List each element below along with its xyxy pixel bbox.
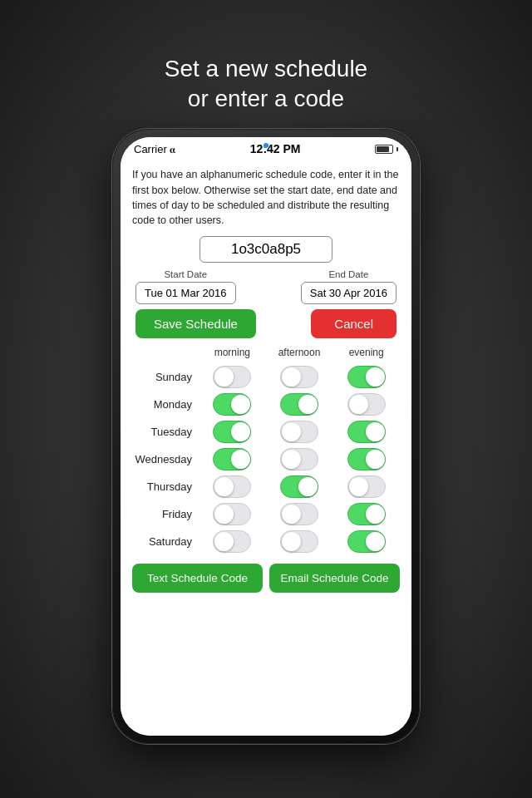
toggle-knob <box>366 505 385 524</box>
action-btn-row: Save Schedule Cancel <box>132 309 400 338</box>
battery-indicator <box>375 145 398 154</box>
toggle-knob <box>214 477 234 496</box>
toggle-cell <box>266 475 333 498</box>
toggle-knob <box>366 422 385 441</box>
friday-afternoon-toggle[interactable] <box>280 503 318 525</box>
wednesday-evening-toggle[interactable] <box>347 448 386 470</box>
grid-header: morning afternoon evening <box>132 345 400 360</box>
save-schedule-button[interactable]: Save Schedule <box>135 309 256 338</box>
toggle-cell <box>266 393 333 416</box>
toggle-cell <box>332 366 400 388</box>
toggle-knob <box>282 532 301 551</box>
friday-morning-toggle[interactable] <box>213 503 251 525</box>
day-label: Sunday <box>132 371 199 383</box>
toggle-knob <box>298 477 318 496</box>
friday-evening-toggle[interactable] <box>347 503 386 525</box>
thursday-evening-toggle[interactable] <box>347 475 386 498</box>
tuesday-morning-toggle[interactable] <box>213 421 251 443</box>
carrier-label: Carrier 𝛂 <box>134 143 175 155</box>
text-schedule-button[interactable]: Text Schedule Code <box>132 564 263 593</box>
toggle-knob <box>366 450 385 469</box>
toggle-cell <box>266 366 333 388</box>
sunday-morning-toggle[interactable] <box>213 366 251 388</box>
toggle-cell <box>199 393 266 416</box>
email-schedule-button[interactable]: Email Schedule Code <box>269 564 400 593</box>
toggle-knob <box>282 422 301 441</box>
phone-shell: Carrier 𝛂 12:42 PM If you have an alphan… <box>112 129 420 744</box>
start-date-box[interactable]: Tue 01 Mar 2016 <box>135 282 236 304</box>
toggle-cell <box>199 366 266 388</box>
toggle-knob <box>214 532 234 551</box>
start-date-label: Start Date <box>164 269 207 279</box>
toggle-knob <box>366 532 385 551</box>
end-date-box[interactable]: Sat 30 Apr 2016 <box>301 282 397 304</box>
evening-header: evening <box>332 345 400 360</box>
app-content: If you have an alphanumeric schedule cod… <box>121 159 411 736</box>
toggle-cell <box>266 530 333 553</box>
instruction-text: If you have an alphanumeric schedule cod… <box>132 167 400 228</box>
day-row-tuesday: Tuesday <box>132 418 400 446</box>
schedule-code-input[interactable] <box>200 236 332 263</box>
bottom-btn-row: Text Schedule Code Email Schedule Code <box>132 564 400 593</box>
wifi-icon: 𝛂 <box>170 144 175 155</box>
day-label: Friday <box>132 508 199 520</box>
toggle-cell <box>199 448 266 470</box>
end-date-col: End Date Sat 30 Apr 2016 <box>301 269 397 304</box>
status-bar: Carrier 𝛂 12:42 PM <box>121 137 411 159</box>
thursday-morning-toggle[interactable] <box>213 475 251 498</box>
toggle-knob <box>282 450 301 469</box>
saturday-evening-toggle[interactable] <box>347 530 386 553</box>
afternoon-header: afternoon <box>266 345 333 360</box>
toggle-knob <box>282 505 301 524</box>
day-label: Saturday <box>132 535 199 548</box>
tuesday-afternoon-toggle[interactable] <box>280 421 318 443</box>
end-date-label: End Date <box>328 269 368 279</box>
day-row-thursday: Thursday <box>132 473 400 500</box>
toggle-knob <box>231 422 250 441</box>
saturday-morning-toggle[interactable] <box>213 530 251 553</box>
wednesday-morning-toggle[interactable] <box>213 448 251 470</box>
day-row-friday: Friday <box>132 500 400 528</box>
saturday-afternoon-toggle[interactable] <box>280 530 318 553</box>
toggle-cell <box>332 530 400 553</box>
sunday-afternoon-toggle[interactable] <box>280 366 318 388</box>
toggle-cell <box>332 421 400 443</box>
toggle-knob <box>349 395 368 414</box>
toggle-cell <box>266 421 333 443</box>
day-label: Monday <box>132 398 199 411</box>
monday-evening-toggle[interactable] <box>347 393 386 416</box>
phone-screen: Carrier 𝛂 12:42 PM If you have an alphan… <box>121 137 411 736</box>
day-row-monday: Monday <box>132 391 400 418</box>
toggle-knob <box>231 450 250 469</box>
day-row-saturday: Saturday <box>132 528 400 555</box>
start-date-col: Start Date Tue 01 Mar 2016 <box>135 269 236 304</box>
tuesday-evening-toggle[interactable] <box>347 421 386 443</box>
sunday-evening-toggle[interactable] <box>347 366 386 388</box>
toggle-knob <box>231 395 250 414</box>
time-label: 12:42 PM <box>250 142 301 155</box>
toggle-cell <box>199 530 266 553</box>
toggle-knob <box>214 505 234 524</box>
day-label: Thursday <box>132 480 199 493</box>
cancel-button[interactable]: Cancel <box>311 309 397 338</box>
wednesday-afternoon-toggle[interactable] <box>280 448 318 470</box>
toggle-knob <box>349 477 368 496</box>
code-input-wrap <box>132 236 400 263</box>
day-row-sunday: Sunday <box>132 363 400 391</box>
thursday-afternoon-toggle[interactable] <box>280 475 318 498</box>
toggle-cell <box>332 448 400 470</box>
morning-header: morning <box>199 345 266 360</box>
toggle-knob <box>366 367 385 387</box>
day-rows: SundayMondayTuesdayWednesdayThursdayFrid… <box>132 363 400 555</box>
toggle-cell <box>199 421 266 443</box>
date-row: Start Date Tue 01 Mar 2016 End Date Sat … <box>132 269 400 304</box>
day-label: Wednesday <box>132 453 199 466</box>
battery-icon <box>375 145 393 154</box>
front-camera <box>264 143 268 148</box>
toggle-cell <box>199 503 266 525</box>
monday-afternoon-toggle[interactable] <box>280 393 318 416</box>
toggle-cell <box>332 475 400 498</box>
monday-morning-toggle[interactable] <box>213 393 251 416</box>
toggle-cell <box>266 503 333 525</box>
day-label: Tuesday <box>132 426 199 438</box>
